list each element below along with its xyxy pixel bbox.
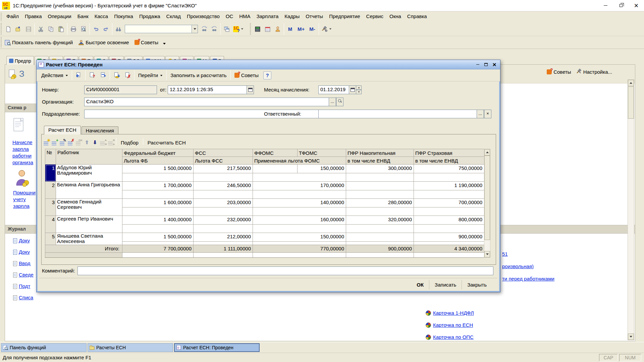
pfr-accumulative-cell[interactable] [346, 233, 414, 242]
number-field[interactable]: СИИ00000001 [84, 85, 157, 94]
responsible-field[interactable] [318, 110, 477, 118]
minimize-button[interactable] [598, 1, 613, 11]
scroll-up-button[interactable] [628, 80, 634, 86]
taskbar-function-panel-button[interactable]: Панель функций [1, 343, 87, 352]
ok-button[interactable]: ОК [411, 280, 429, 289]
menu-os[interactable]: ОС [223, 12, 236, 22]
open-button[interactable] [13, 24, 23, 34]
esn-table[interactable]: № Работник Федеральный бюджет ФСС ФФОМС … [45, 149, 485, 258]
sort-ascending-button[interactable]: АЯ [99, 139, 107, 146]
ffoms-cell[interactable] [253, 165, 298, 173]
journal-link[interactable]: Подт [19, 283, 30, 289]
list-item[interactable]: Доку [13, 238, 34, 243]
table-row[interactable]: 4 Сергеев Петр Иванович 1 400,00000 232,… [45, 216, 484, 225]
window-scrollbar[interactable] [628, 79, 634, 340]
assistant-link-line[interactable]: зарпла [13, 203, 36, 209]
pfr-insurance-cell[interactable]: 700,00000 [414, 199, 484, 207]
menu-grip[interactable] [1, 13, 2, 21]
restore-button[interactable] [613, 1, 629, 11]
journal-link[interactable]: Доку [19, 238, 30, 243]
edit-row-button[interactable]: ✎ [59, 139, 66, 146]
payroll-link-line[interactable]: работни [12, 153, 33, 159]
cut-button[interactable] [36, 24, 46, 34]
move-row-up-button[interactable]: ⬆ [83, 139, 91, 146]
toolbar-overflow-chevron-icon[interactable] [163, 43, 166, 45]
list-item[interactable]: Карточка 1-НДФЛ [426, 310, 512, 316]
print-preview-button[interactable] [78, 24, 89, 34]
responsible-clear-button[interactable]: × [484, 110, 491, 118]
unpost-document-button[interactable]: ✗ [122, 71, 133, 80]
paste-button[interactable] [56, 24, 66, 34]
menu-bank[interactable]: Банк [74, 12, 92, 22]
date-field[interactable]: 12.12.2019 1:26:35 [168, 85, 247, 94]
scrollbar-thumb[interactable] [628, 86, 634, 119]
assistant-link-line[interactable]: Помощни [13, 189, 36, 196]
write-button[interactable]: Записать [429, 280, 462, 289]
find-previous-button[interactable] [209, 24, 219, 34]
copy-row-button[interactable]: + [51, 139, 58, 146]
search-combobox[interactable] [125, 25, 198, 33]
assistant-link-wrapped[interactable]: Помощни учету зарпла [13, 189, 36, 209]
dialog-tips-button[interactable]: Советы [232, 71, 261, 80]
col-header-federal-budget[interactable]: Федеральный бюджет [122, 149, 194, 157]
set-ok-flag-button[interactable]: OK [75, 139, 83, 146]
report-link-fragment[interactable]: ти перед работниками [502, 276, 554, 282]
tab-accruals[interactable]: Начисления [82, 126, 118, 134]
tfoms-cell[interactable]: 150,00000 [298, 165, 346, 173]
dialog-title-bar[interactable]: Расчет ЕСН: Проведен × [37, 60, 500, 69]
menu-edit[interactable]: Правка [22, 12, 45, 22]
dialog-close-button[interactable]: × [491, 61, 498, 68]
fss-cell[interactable]: 212,00000 [194, 233, 253, 242]
table-row[interactable]: 5 Янышева Светлана Алексеевна 1 500,0000… [45, 233, 484, 242]
employee-cell[interactable]: Абдулов Юрий Владимирович [56, 165, 122, 182]
close-dialog-button[interactable]: Закрыть [462, 280, 492, 289]
fill-and-calculate-button[interactable]: Заполнить и рассчитать [168, 71, 229, 80]
organization-field[interactable]: СластиЭКО [84, 98, 329, 106]
menu-warehouse[interactable]: Склад [163, 12, 184, 22]
row-number-cell[interactable]: 3 [45, 199, 56, 216]
employee-cell[interactable]: Семенов Геннадий Сергеевич [56, 199, 122, 216]
journal-link[interactable]: Доку [19, 249, 30, 255]
foms-cell[interactable]: 140,00000 [253, 199, 346, 207]
report-link-fragment[interactable]: роизвольная) [502, 263, 534, 269]
previous-document-button[interactable] [73, 71, 84, 80]
redo-button[interactable] [101, 24, 111, 34]
menu-hr[interactable]: Кадры [281, 12, 303, 22]
col-header-ffoms[interactable]: ФФОМС [253, 149, 298, 157]
menu-windows[interactable]: Окна [386, 12, 404, 22]
report-link[interactable]: Карточка по ЕСН [433, 322, 473, 328]
toolbar-grip[interactable] [1, 37, 2, 48]
journal-link[interactable]: Списа [19, 295, 33, 300]
organization-select-button[interactable]: ... [329, 98, 336, 106]
payroll-link-line[interactable]: Начисле [12, 139, 33, 146]
responsible-select-button[interactable]: ... [477, 110, 484, 118]
pfr-accumulative-cell[interactable]: 280,00000 [346, 199, 414, 207]
table-row[interactable]: 3 Семенов Геннадий Сергеевич 1 600,00000… [45, 199, 484, 207]
delete-row-button[interactable]: ✗ [67, 139, 74, 146]
menu-reports[interactable]: Отчеты [303, 12, 326, 22]
toolbar-grip[interactable] [250, 23, 252, 35]
table-row[interactable]: 1 Абдулов Юрий Владимирович 1 500,00000 … [45, 165, 484, 173]
sort-descending-button[interactable]: ЯА [107, 139, 115, 146]
row-number-cell[interactable]: 2 [45, 182, 56, 199]
col-subheader-fss-benefit[interactable]: Льгота ФСС [194, 157, 253, 165]
list-item[interactable]: Подт [13, 283, 34, 289]
spin-up-button[interactable] [356, 85, 362, 90]
scrollbar-thumb[interactable] [484, 156, 490, 240]
list-item[interactable]: Списа [13, 295, 34, 300]
scroll-down-button[interactable] [628, 334, 634, 340]
post-document-button[interactable] [111, 71, 122, 80]
row-number-cell-selected[interactable]: 1 [45, 165, 56, 182]
menu-cash[interactable]: Касса [92, 12, 111, 22]
month-spinner[interactable] [356, 85, 362, 94]
show-function-panel-button[interactable]: Показать панель функций [3, 38, 74, 48]
tab-esn-calculation[interactable]: Расчет ЕСН [44, 126, 81, 134]
pfr-insurance-cell[interactable]: 1 190,00000 [414, 182, 484, 190]
foms-cell[interactable]: 170,00000 [253, 182, 346, 190]
pfr-insurance-cell[interactable]: 750,00000 [414, 165, 484, 173]
fb-cell[interactable]: 1 500,00000 [122, 233, 194, 242]
col-header-pfr-accumulative[interactable]: ПФР Накопительная [346, 149, 414, 157]
actions-menu-button[interactable]: Действия [39, 71, 71, 80]
taskbar-esn-document-button[interactable]: σ Расчет ЕСН: Проведен [174, 343, 260, 352]
col-header-tfoms[interactable]: ТФОМС [298, 149, 346, 157]
